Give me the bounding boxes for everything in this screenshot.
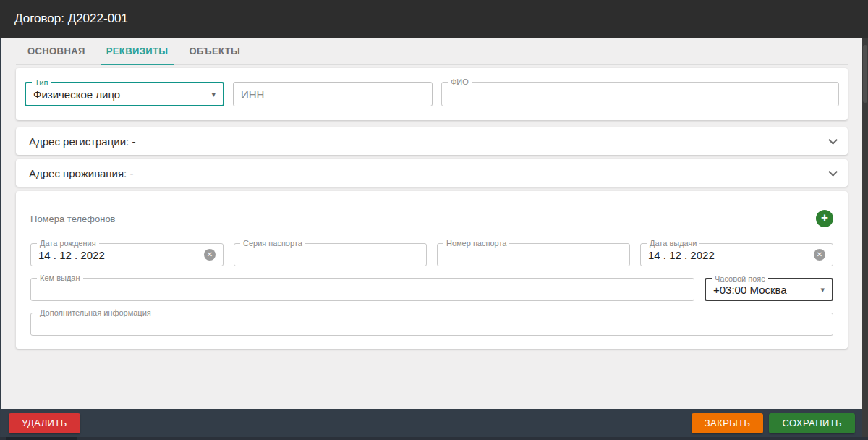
birth-date-value: 14 . 12 . 2022 — [38, 249, 105, 261]
passport-number-field[interactable]: Номер паспорта — [437, 243, 630, 266]
passport-row-1: Дата рождения 14 . 12 . 2022 ✕ Серия пас… — [30, 243, 833, 266]
passport-number-label: Номер паспорта — [443, 239, 509, 248]
passport-series-label: Серия паспорта — [240, 239, 305, 248]
dialog-content: ОСНОВНАЯ РЕКВИЗИТЫ ОБЪЕКТЫ Тип Физическо… — [1, 38, 862, 409]
extra-info-field[interactable]: Дополнительная информация — [30, 313, 833, 336]
residence-address-label: Адрес проживания: - — [29, 167, 133, 179]
issue-date-value: 14 . 12 . 2022 — [648, 249, 715, 261]
close-button[interactable]: ЗАКРЫТЬ — [692, 413, 764, 433]
issued-by-label: Кем выдан — [37, 274, 83, 283]
vertical-scrollbar[interactable] — [862, 38, 868, 440]
birth-date-label: Дата рождения — [37, 239, 99, 248]
inn-field-wrap — [233, 82, 433, 106]
inn-input[interactable] — [241, 88, 425, 101]
clear-icon[interactable]: ✕ — [814, 249, 825, 261]
dialog-titlebar: Договор: Д2022-001 — [0, 0, 868, 38]
type-select[interactable]: Тип Физическое лицо ▾ — [25, 82, 224, 106]
horizontal-scrollbar-thumb[interactable] — [6, 437, 77, 440]
issued-by-field[interactable]: Кем выдан — [30, 278, 694, 301]
timezone-value: +03:00 Москва — [713, 284, 787, 296]
type-value: Физическое лицо — [33, 88, 120, 101]
type-label: Тип — [32, 78, 51, 88]
tab-requisites[interactable]: РЕКВИЗИТЫ — [101, 38, 174, 64]
fio-label: ФИО — [448, 77, 472, 87]
chevron-down-icon: ▾ — [814, 285, 825, 295]
accordion-registration-address[interactable]: Адрес регистрации: - — [16, 127, 848, 155]
dialog-title: Договор: Д2022-001 — [14, 12, 128, 26]
action-bar: УДАЛИТЬ ЗАКРЫТЬ СОХРАНИТЬ — [1, 409, 862, 437]
extra-info-label: Дополнительная информация — [37, 308, 154, 318]
registration-address-label: Адрес регистрации: - — [29, 135, 135, 148]
passport-row-2: Кем выдан Часовой пояс +03:00 Москва ▾ — [30, 278, 833, 301]
delete-button[interactable]: УДАЛИТЬ — [9, 413, 80, 433]
vertical-scrollbar-thumb[interactable] — [863, 45, 867, 103]
passport-series-field[interactable]: Серия паспорта — [234, 243, 427, 266]
issue-date-label: Дата выдачи — [647, 239, 699, 248]
extra-info-row: Дополнительная информация — [30, 313, 833, 336]
birth-date-field[interactable]: Дата рождения 14 . 12 . 2022 ✕ — [30, 243, 224, 266]
add-phone-button[interactable]: + — [816, 210, 833, 227]
phones-label: Номера телефонов — [30, 213, 116, 224]
accordion-residence-address[interactable]: Адрес проживания: - — [16, 159, 848, 187]
chevron-down-icon — [828, 135, 838, 145]
chevron-down-icon: ▾ — [205, 90, 216, 99]
tab-bar: ОСНОВНАЯ РЕКВИЗИТЫ ОБЪЕКТЫ — [16, 38, 848, 65]
fio-field[interactable]: ФИО — [441, 82, 839, 106]
timezone-select[interactable]: Часовой пояс +03:00 Москва ▾ — [705, 278, 833, 301]
passport-card: Номера телефонов + Дата рождения 14 . 12… — [16, 191, 848, 349]
tab-main[interactable]: ОСНОВНАЯ — [22, 38, 91, 64]
issue-date-field[interactable]: Дата выдачи 14 . 12 . 2022 ✕ — [640, 243, 833, 266]
chevron-down-icon — [828, 167, 838, 177]
horizontal-scrollbar[interactable] — [0, 437, 868, 440]
identity-card: Тип Физическое лицо ▾ ФИО — [16, 68, 848, 120]
clear-icon[interactable]: ✕ — [204, 249, 216, 261]
save-button[interactable]: СОХРАНИТЬ — [769, 413, 855, 433]
tab-objects[interactable]: ОБЪЕКТЫ — [183, 38, 246, 64]
timezone-label: Часовой пояс — [712, 274, 768, 284]
phones-row: Номера телефонов + — [30, 210, 833, 227]
